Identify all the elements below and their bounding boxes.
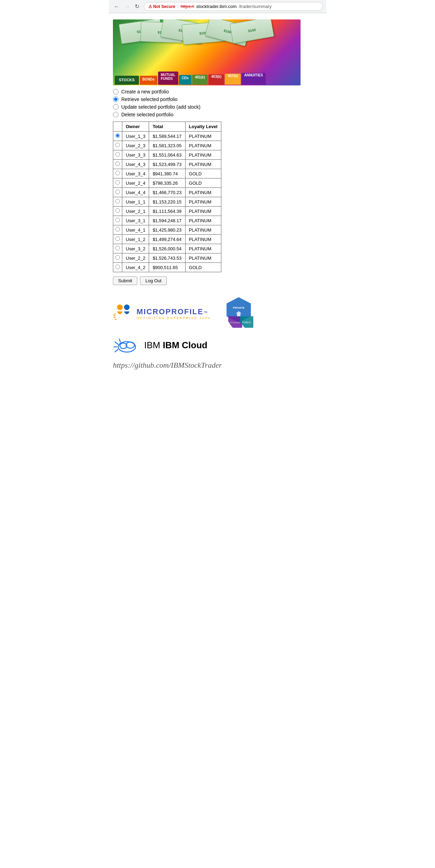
hex-cloud-icon: PRIVATE MULTI-CLOUD PUBLIC (218, 295, 260, 330)
table-row: User_2_2$1,526,743.53PLATINUM (113, 253, 221, 263)
delete-portfolio-option[interactable]: Delete selected portfolio (113, 112, 322, 117)
svg-rect-9 (237, 314, 240, 316)
url-path: /trader/summary (239, 4, 272, 9)
not-secure-indicator: ⚠ Not Secure (148, 4, 175, 9)
portfolio-select-radio-14[interactable] (115, 265, 120, 269)
row-total: $1,594,248.17 (149, 216, 185, 225)
back-button[interactable]: ← (112, 3, 121, 10)
url-https: https:// (181, 4, 194, 9)
url-domain: stocktrader.ibm.com (196, 4, 237, 9)
portfolio-select-radio-8[interactable] (115, 208, 120, 213)
row-owner: User_4_3 (122, 160, 149, 169)
submit-button[interactable]: Submit (113, 276, 137, 285)
row-select-cell[interactable] (113, 216, 122, 225)
row-owner: User_4_4 (122, 188, 149, 197)
row-total: $798,335.26 (149, 178, 185, 188)
row-total: $1,425,980.23 (149, 225, 185, 235)
table-row: User_3_3$1,551,064.63PLATINUM (113, 150, 221, 160)
table-row: User_2_1$1,111,564.39PLATINUM (113, 207, 221, 216)
svg-line-16 (115, 342, 118, 344)
portfolio-select-radio-6[interactable] (115, 190, 120, 194)
row-total: $900,511.65 (149, 263, 185, 272)
ibm-cloud-label: IBM IBM Cloud (144, 340, 207, 351)
update-portfolio-label: Update selected portfolio (add stock) (121, 104, 200, 110)
row-loyalty: PLATINUM (185, 188, 221, 197)
svg-line-2 (114, 314, 116, 315)
col-header-total: Total (149, 122, 185, 132)
row-total: $941,380.74 (149, 169, 185, 178)
col-header-loyalty: Loyalty Level (185, 122, 221, 132)
table-row: User_3_4$941,380.74GOLD (113, 169, 221, 178)
portfolio-select-radio-13[interactable] (115, 255, 120, 260)
svg-point-20 (126, 342, 134, 348)
cloud-icon (113, 335, 137, 356)
col-header-owner: Owner (122, 122, 149, 132)
row-select-cell[interactable] (113, 253, 122, 263)
retrieve-portfolio-option[interactable]: Retrieve selected portfolio (113, 97, 322, 102)
row-loyalty: PLATINUM (185, 225, 221, 235)
portfolio-select-radio-2[interactable] (115, 152, 120, 157)
row-total: $1,581,323.05 (149, 141, 185, 150)
row-owner: User_4_1 (122, 225, 149, 235)
portfolio-select-radio-7[interactable] (115, 199, 120, 203)
row-owner: User_3_3 (122, 150, 149, 160)
row-select-cell[interactable] (113, 178, 122, 188)
main-content: $100 $100 $100 $100 $100 $100 STOCKS BON… (109, 13, 326, 376)
ibm-hybrid-cloud-logo: PRIVATE MULTI-CLOUD PUBLIC (218, 295, 260, 331)
row-total: $1,499,274.64 (149, 235, 185, 244)
microprofile-logo: MICROPROFILE™ OPTIMIZING ENTERPRISE JAVA (113, 304, 211, 323)
row-owner: User_3_2 (122, 244, 149, 253)
row-select-cell[interactable] (113, 141, 122, 150)
github-url: https://github.com/IBMStockTrader (113, 361, 222, 370)
portfolio-select-radio-5[interactable] (115, 180, 120, 185)
portfolio-select-radio-3[interactable] (115, 161, 120, 166)
row-select-cell[interactable] (113, 263, 122, 272)
row-select-cell[interactable] (113, 150, 122, 160)
portfolio-select-radio-11[interactable] (115, 236, 120, 241)
row-loyalty: PLATINUM (185, 141, 221, 150)
row-select-cell[interactable] (113, 207, 122, 216)
delete-portfolio-radio[interactable] (113, 112, 118, 117)
row-loyalty: PLATINUM (185, 207, 221, 216)
row-select-cell[interactable] (113, 197, 122, 207)
microprofile-icon (113, 304, 134, 323)
footer-logos: MICROPROFILE™ OPTIMIZING ENTERPRISE JAVA… (113, 292, 322, 373)
table-row: User_2_3$1,581,323.05PLATINUM (113, 141, 221, 150)
portfolio-select-radio-0[interactable] (115, 133, 120, 138)
portfolio-select-radio-9[interactable] (115, 218, 120, 222)
row-select-cell[interactable] (113, 169, 122, 178)
update-portfolio-option[interactable]: Update selected portfolio (add stock) (113, 104, 322, 110)
url-divider: | (177, 4, 178, 9)
row-select-cell[interactable] (113, 188, 122, 197)
forward-button[interactable]: → (123, 3, 132, 10)
portfolio-select-radio-1[interactable] (115, 143, 120, 147)
retrieve-portfolio-radio[interactable] (113, 97, 118, 102)
address-bar[interactable]: ⚠ Not Secure | https:// stocktrader.ibm.… (144, 2, 323, 11)
row-select-cell[interactable] (113, 244, 122, 253)
portfolio-select-radio-12[interactable] (115, 246, 120, 250)
portfolio-select-radio-4[interactable] (115, 171, 120, 175)
row-owner: User_2_4 (122, 178, 149, 188)
create-portfolio-radio[interactable] (113, 89, 118, 94)
svg-line-5 (115, 319, 116, 320)
create-portfolio-option[interactable]: Create a new portfolio (113, 89, 322, 94)
row-total: $1,551,064.63 (149, 150, 185, 160)
row-select-cell[interactable] (113, 225, 122, 235)
table-row: User_4_1$1,425,980.23PLATINUM (113, 225, 221, 235)
logos-top-row: MICROPROFILE™ OPTIMIZING ENTERPRISE JAVA… (113, 295, 260, 331)
row-select-cell[interactable] (113, 235, 122, 244)
svg-text:MULTI-CLOUD: MULTI-CLOUD (226, 322, 240, 324)
row-total: $1,111,564.39 (149, 207, 185, 216)
row-select-cell[interactable] (113, 132, 122, 141)
table-row: User_1_1$1,153,220.15PLATINUM (113, 197, 221, 207)
svg-line-4 (114, 317, 116, 318)
row-owner: User_1_3 (122, 132, 149, 141)
row-select-cell[interactable] (113, 160, 122, 169)
refresh-button[interactable]: ↻ (133, 2, 141, 10)
portfolio-select-radio-10[interactable] (115, 227, 120, 232)
browser-chrome: ← → ↻ ⚠ Not Secure | https:// stocktrade… (109, 0, 326, 13)
update-portfolio-radio[interactable] (113, 104, 118, 110)
create-portfolio-label: Create a new portfolio (121, 89, 169, 94)
warning-icon: ⚠ (148, 4, 152, 9)
logout-button[interactable]: Log Out (140, 276, 166, 285)
